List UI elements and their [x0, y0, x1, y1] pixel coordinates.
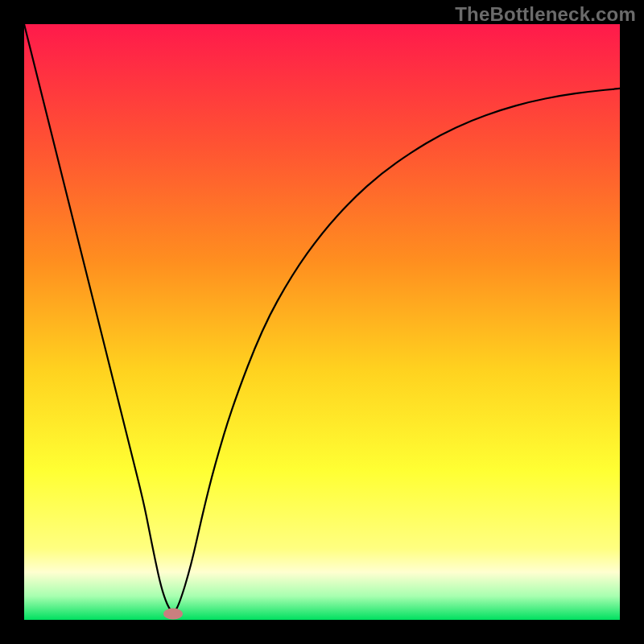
gradient-background [24, 24, 620, 620]
watermark-label: TheBottleneck.com [455, 3, 636, 26]
plot-area [24, 24, 620, 620]
chart-svg [24, 24, 620, 620]
chart-frame: TheBottleneck.com [0, 0, 644, 644]
optimum-marker [163, 609, 183, 620]
